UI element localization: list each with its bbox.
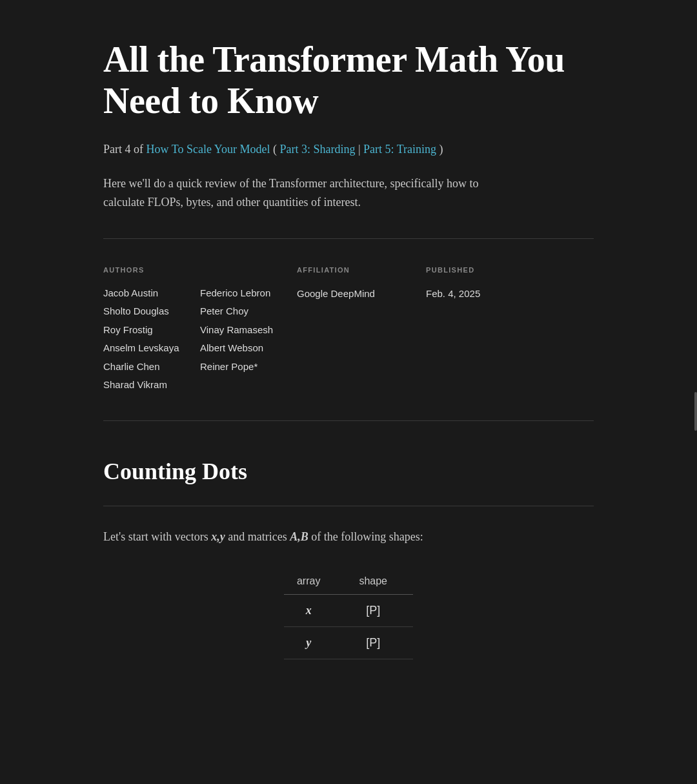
author-albert-webson: Albert Webson — [200, 339, 297, 358]
subtitle-prefix: Part 4 of — [103, 143, 146, 156]
col-header-array: array — [284, 568, 346, 595]
authors-block: AUTHORS Jacob Austin Sholto Douglas Roy … — [103, 265, 297, 395]
published-label: PUBLISHED — [426, 265, 555, 276]
author-vinay-ramasesh: Vinay Ramasesh — [200, 321, 297, 340]
author-anselm-levskaya: Anselm Levskaya — [103, 339, 200, 358]
table-row: x [P] — [284, 595, 413, 627]
authors-col1: Jacob Austin Sholto Douglas Roy Frostig … — [103, 284, 200, 395]
row-y-shape: [P] — [346, 627, 413, 659]
col-header-shape: shape — [346, 568, 413, 595]
description: Here we'll do a quick review of the Tran… — [103, 174, 490, 212]
authors-col2: Federico Lebron Peter Choy Vinay Ramases… — [200, 284, 297, 395]
row-x-array: x — [284, 595, 346, 627]
published-value: Feb. 4, 2025 — [426, 284, 555, 304]
math-table-container: array shape x [P] y [P] — [103, 568, 594, 659]
author-roy-frostig: Roy Frostig — [103, 321, 200, 340]
series-link[interactable]: How To Scale Your Model — [146, 143, 270, 156]
author-peter-choy: Peter Choy — [200, 302, 297, 321]
published-block: PUBLISHED Feb. 4, 2025 — [426, 265, 555, 395]
shapes-table: array shape x [P] y [P] — [284, 568, 413, 659]
page-wrapper: All the Transformer Math You Need to Kno… — [90, 0, 607, 698]
meta-section: AUTHORS Jacob Austin Sholto Douglas Roy … — [103, 239, 594, 421]
part5-link[interactable]: Part 5: Training — [363, 143, 436, 156]
affiliation-value: Google DeepMind — [297, 284, 426, 304]
part3-link[interactable]: Part 3: Sharding — [279, 143, 355, 156]
title-section: All the Transformer Math You Need to Kno… — [103, 39, 594, 239]
intro-text-after: of the following shapes: — [308, 530, 423, 543]
section-divider — [103, 506, 594, 506]
author-charlie-chen: Charlie Chen — [103, 358, 200, 377]
table-row: y [P] — [284, 627, 413, 659]
content-section: Counting Dots Let's start with vectors x… — [103, 421, 594, 672]
author-reiner-pope: Reiner Pope* — [200, 358, 297, 377]
page-title: All the Transformer Math You Need to Kno… — [103, 39, 594, 122]
intro-math-xy: x,y — [211, 530, 225, 543]
author-jacob-austin: Jacob Austin — [103, 284, 200, 303]
author-sharad-vikram: Sharad Vikram — [103, 376, 200, 395]
section-heading: Counting Dots — [103, 453, 594, 491]
authors-grid: Jacob Austin Sholto Douglas Roy Frostig … — [103, 284, 297, 395]
author-federico-lebron: Federico Lebron — [200, 284, 297, 303]
scroll-indicator — [694, 392, 697, 431]
subtitle-line: Part 4 of How To Scale Your Model ( Part… — [103, 140, 594, 159]
intro-text-middle: and matrices — [225, 530, 290, 543]
author-sholto-douglas: Sholto Douglas — [103, 302, 200, 321]
section-intro: Let's start with vectors x,y and matrice… — [103, 527, 594, 547]
row-x-shape: [P] — [346, 595, 413, 627]
row-y-array: y — [284, 627, 346, 659]
authors-label: AUTHORS — [103, 265, 297, 276]
intro-text-before: Let's start with vectors — [103, 530, 211, 543]
intro-math-AB: A,B — [290, 530, 308, 543]
affiliation-block: AFFILIATION Google DeepMind — [297, 265, 426, 395]
affiliation-label: AFFILIATION — [297, 265, 426, 276]
